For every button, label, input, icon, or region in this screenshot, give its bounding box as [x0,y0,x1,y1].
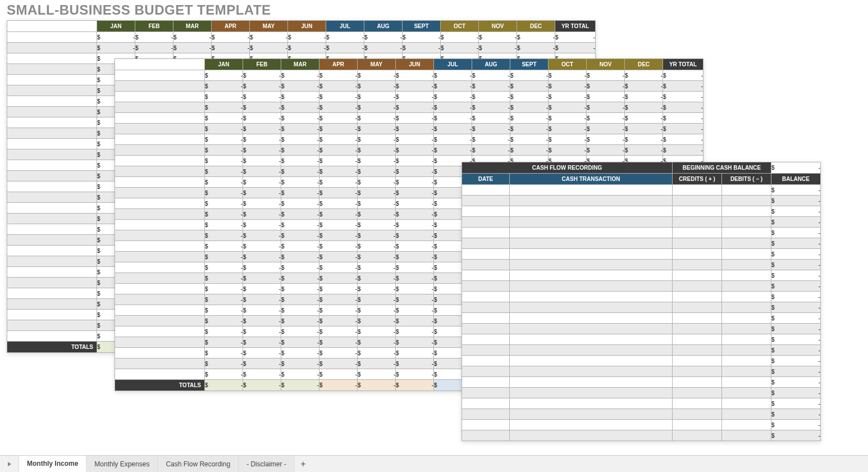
value-cell[interactable]: $- [510,70,549,81]
category-cell[interactable] [115,284,205,294]
value-cell[interactable]: $- [243,316,281,326]
value-cell[interactable]: $- [243,220,281,230]
date-cell[interactable] [462,345,510,356]
value-cell[interactable]: $- [281,294,319,305]
value-cell[interactable]: $- [549,145,587,156]
value-cell[interactable]: $- [358,124,396,134]
category-cell[interactable] [115,230,205,241]
value-cell[interactable]: $- [281,316,319,326]
category-cell[interactable] [7,181,97,192]
value-cell[interactable]: $- [358,177,396,188]
value-cell[interactable]: $- [281,369,319,380]
value-cell[interactable]: $- [396,81,434,92]
value-cell[interactable]: $- [212,43,250,53]
value-cell[interactable]: $- [396,241,434,252]
value-cell[interactable]: $- [319,124,358,134]
debits-cell[interactable] [722,249,771,260]
value-cell[interactable]: $- [319,198,358,209]
category-cell[interactable] [115,81,205,92]
value-cell[interactable]: $- [288,43,326,53]
value-cell[interactable]: $- [472,70,510,81]
value-cell[interactable]: $- [396,113,434,124]
date-cell[interactable] [462,238,510,249]
value-cell[interactable]: $- [549,124,587,134]
value-cell[interactable]: $- [587,102,625,113]
category-cell[interactable] [115,305,205,316]
value-cell[interactable]: $- [364,43,403,53]
debits-cell[interactable] [722,185,771,196]
value-cell[interactable]: $- [281,305,319,316]
value-cell[interactable]: $- [319,92,358,102]
category-cell[interactable] [7,43,97,53]
value-cell[interactable]: $- [625,81,663,92]
tab-nav-right-icon[interactable] [0,456,19,472]
value-cell[interactable]: $- [281,209,319,220]
value-cell[interactable]: $- [396,70,434,81]
tab-cash-flow-recording[interactable]: Cash Flow Recording [158,456,239,472]
value-cell[interactable]: $- [250,32,288,43]
value-cell[interactable]: $- [587,81,625,92]
credits-cell[interactable] [673,334,722,345]
debits-cell[interactable] [722,292,771,302]
transaction-cell[interactable] [510,345,673,356]
date-cell[interactable] [462,281,510,292]
value-cell[interactable]: $- [243,113,281,124]
value-cell[interactable]: $- [205,124,243,134]
value-cell[interactable]: $- [243,124,281,134]
value-cell[interactable]: $- [205,145,243,156]
value-cell[interactable]: $- [281,358,319,369]
tab-monthly-income[interactable]: Monthly Income [19,456,86,472]
credits-cell[interactable] [673,366,722,377]
category-cell[interactable] [7,288,97,299]
credits-cell[interactable] [673,302,722,313]
value-cell[interactable]: $- [281,177,319,188]
credits-cell[interactable] [673,313,722,324]
transaction-cell[interactable] [510,430,673,441]
debits-cell[interactable] [722,238,771,249]
value-cell[interactable]: $- [243,273,281,284]
value-cell[interactable]: $- [205,70,243,81]
credits-cell[interactable] [673,292,722,302]
category-cell[interactable] [115,252,205,262]
value-cell[interactable]: $- [319,220,358,230]
debits-cell[interactable] [722,409,771,420]
value-cell[interactable]: $- [243,284,281,294]
category-cell[interactable] [7,107,97,117]
date-cell[interactable] [462,366,510,377]
value-cell[interactable]: $- [205,241,243,252]
value-cell[interactable]: $- [97,32,135,43]
value-cell[interactable]: $- [587,134,625,145]
transaction-cell[interactable] [510,185,673,196]
value-cell[interactable]: $- [358,273,396,284]
category-cell[interactable] [115,166,205,177]
value-cell[interactable]: $- [358,262,396,273]
value-cell[interactable]: $- [358,369,396,380]
transaction-cell[interactable] [510,409,673,420]
value-cell[interactable]: $- [243,177,281,188]
category-cell[interactable] [115,134,205,145]
category-cell[interactable] [115,124,205,134]
value-cell[interactable]: $- [205,156,243,166]
category-cell[interactable] [7,235,97,246]
value-cell[interactable]: $- [319,70,358,81]
value-cell[interactable]: $- [396,177,434,188]
value-cell[interactable]: $- [396,102,434,113]
value-cell[interactable]: $- [549,70,587,81]
value-cell[interactable]: $- [319,326,358,337]
transaction-cell[interactable] [510,302,673,313]
value-cell[interactable]: $- [358,166,396,177]
category-cell[interactable] [7,160,97,171]
category-cell[interactable] [115,156,205,166]
value-cell[interactable]: $- [205,188,243,198]
value-cell[interactable]: $- [135,43,173,53]
value-cell[interactable]: $- [243,156,281,166]
transaction-cell[interactable] [510,249,673,260]
value-cell[interactable]: $- [205,252,243,262]
value-cell[interactable]: $- [288,32,326,43]
value-cell[interactable]: $- [243,358,281,369]
value-cell[interactable]: $- [281,81,319,92]
value-cell[interactable]: $- [434,124,472,134]
value-cell[interactable]: $- [205,102,243,113]
value-cell[interactable]: $- [358,337,396,348]
debits-cell[interactable] [722,324,771,334]
